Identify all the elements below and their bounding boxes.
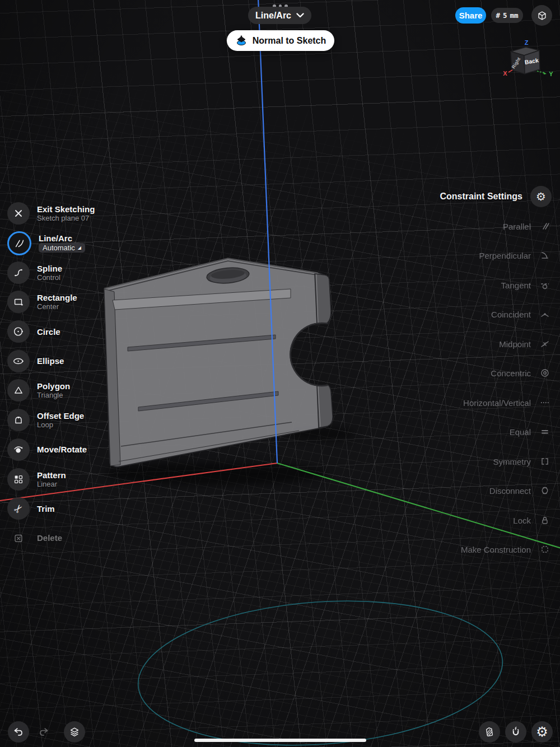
constraint-parallel: Parallel [503, 218, 552, 235]
model-thumb-notch [290, 323, 328, 386]
delete-icon [7, 527, 30, 549]
normal-to-sketch-button[interactable]: Normal to Sketch [227, 30, 334, 51]
view-cube-x-label: X [503, 70, 507, 77]
tool-polygon[interactable]: Polygon Triangle [7, 376, 95, 405]
redo-button [33, 721, 54, 743]
section-view-button[interactable] [479, 721, 500, 743]
tool-trim[interactable]: ✂ Trim [7, 494, 95, 524]
model-slot-lower [138, 391, 278, 411]
share-label: Share [459, 11, 483, 20]
z-axis-line [258, 0, 277, 463]
tool-delete: Delete [7, 524, 95, 553]
home-indicator[interactable] [194, 739, 366, 742]
model-shadow [104, 463, 328, 485]
pattern-icon[interactable] [7, 468, 30, 491]
tool-pattern[interactable]: Pattern Linear [7, 464, 95, 494]
constraint-horizontal-vertical: Horizontal/Vertical [463, 394, 552, 411]
snap-button[interactable] [505, 721, 526, 743]
equal-icon [538, 427, 552, 437]
active-tool-dropdown[interactable]: Line/Arc [248, 7, 311, 24]
view-cube[interactable]: Z Back Right X Y [502, 38, 558, 82]
polygon-triangle-icon[interactable] [7, 379, 30, 401]
grid-units-button[interactable]: # 5 mm [491, 8, 523, 23]
undo-button[interactable] [8, 721, 29, 743]
constraint-settings-title: Constraint Settings [440, 192, 522, 202]
perpendicular-icon [538, 250, 552, 260]
make-construction-icon [538, 544, 552, 554]
shapr3d-sketch-canvas[interactable]: Line/Arc Normal to Sketch Share # 5 mm Z… [0, 0, 560, 747]
constraint-settings-gear-button[interactable]: ⚙ [530, 186, 552, 207]
magnet-icon [510, 726, 522, 738]
redo-icon [38, 726, 50, 738]
model-body[interactable] [104, 258, 332, 467]
tool-mode-pill[interactable]: Automatic ◢ [39, 243, 85, 253]
settings-gear-icon: ⚙ [536, 725, 548, 739]
constraint-midpoint: Midpoint [499, 335, 552, 352]
gear-icon: ⚙ [536, 190, 546, 203]
model-hanger-hole [206, 266, 250, 285]
disconnect-icon [538, 485, 552, 496]
concentric-icon [538, 368, 552, 378]
settings-button[interactable]: ⚙ [531, 721, 553, 743]
trim-scissors-icon[interactable]: ✂ [7, 497, 30, 520]
symmetry-icon [538, 456, 552, 466]
tool-rectangle[interactable]: Rectangle Center [7, 287, 95, 317]
midpoint-icon [538, 339, 552, 349]
view-cube-y-label: Y [549, 71, 553, 77]
circle-icon[interactable] [7, 320, 30, 343]
model-slot-upper [128, 335, 276, 351]
ellipse-icon[interactable] [7, 350, 30, 372]
layers-icon [68, 726, 81, 738]
section-hatch-icon [483, 726, 496, 738]
move-rotate-icon[interactable] [7, 438, 30, 461]
coincident-icon [538, 309, 552, 319]
undo-icon [12, 726, 25, 738]
tool-offset-edge[interactable]: Offset Edge Loop [7, 405, 95, 435]
constraint-disconnect: Disconnect [489, 482, 552, 499]
constraint-coincident: Coincident [491, 306, 552, 323]
spline-icon[interactable] [7, 262, 30, 284]
share-button[interactable]: Share [455, 7, 486, 24]
model-right-rail-top [315, 274, 331, 324]
grid-size-value: 5 [503, 11, 507, 20]
layers-button[interactable] [64, 721, 85, 743]
constraint-equal: Equal [510, 423, 552, 440]
tool-ellipse[interactable]: Ellipse [7, 346, 95, 376]
constraint-make-construction: Make Construction [461, 541, 552, 558]
tangent-icon [538, 280, 552, 290]
normal-to-sketch-label: Normal to Sketch [253, 36, 326, 46]
constraint-concentric: Concentric [491, 365, 552, 381]
close-icon[interactable] [7, 202, 30, 225]
model-right-rail-bottom [317, 385, 333, 428]
tool-move-rotate[interactable]: Move/Rotate [7, 435, 95, 465]
iso-cube-icon [536, 10, 548, 22]
view-cube-z-label: Z [525, 39, 529, 46]
chevron-down-icon [296, 13, 304, 18]
tool-spline[interactable]: Spline Control [7, 258, 95, 287]
rectangle-icon[interactable] [7, 291, 30, 313]
sketch-toolbar: Exit Sketching Sketch plane 07 Line/Arc … [7, 199, 95, 553]
normal-to-sketch-icon [235, 35, 248, 47]
tool-exit-sketching[interactable]: Exit Sketching Sketch plane 07 [7, 199, 95, 228]
active-tool-label: Line/Arc [255, 11, 291, 21]
lock-icon [538, 515, 552, 525]
tool-circle[interactable]: Circle [7, 317, 95, 347]
grid-unit: mm [510, 11, 519, 20]
constraint-tangent: Tangent [501, 277, 552, 293]
constraint-symmetry: Symmetry [493, 453, 552, 470]
constraint-lock: Lock [513, 512, 552, 529]
constraint-perpendicular: Perpendicular [479, 247, 552, 264]
tool-line-arc[interactable]: Line/Arc Automatic ◢ [7, 228, 95, 258]
horizontal-vertical-icon [538, 398, 552, 408]
offset-edge-icon[interactable] [7, 409, 30, 431]
orientation-cube-button[interactable] [531, 5, 552, 26]
model-shadow-right [288, 427, 356, 441]
parallel-icon [538, 221, 552, 231]
y-axis-line [277, 463, 560, 548]
grid-symbol: # [496, 11, 500, 20]
submenu-corner-icon: ◢ [78, 244, 81, 252]
line-arc-icon[interactable] [7, 231, 31, 255]
